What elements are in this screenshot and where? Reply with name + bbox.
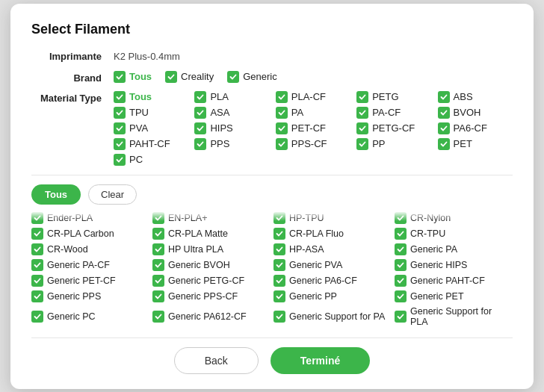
brand-item[interactable]: Tous bbox=[114, 71, 152, 83]
filament-item[interactable]: CR-PLA Fluo bbox=[273, 228, 389, 240]
check-icon bbox=[194, 91, 206, 103]
back-button[interactable]: Back bbox=[174, 347, 259, 374]
check-icon bbox=[395, 228, 407, 240]
material-item[interactable]: ASA bbox=[194, 107, 269, 119]
material-type-label: Material Type bbox=[31, 91, 114, 104]
filament-item[interactable]: Generic HIPS bbox=[395, 259, 510, 271]
brand-item[interactable]: Creality bbox=[165, 71, 214, 83]
filament-item[interactable]: Generic Support for PLA bbox=[395, 306, 510, 327]
check-icon bbox=[395, 311, 407, 323]
check-icon bbox=[438, 107, 450, 119]
filament-item[interactable]: Generic PET-CF bbox=[31, 275, 146, 287]
material-item[interactable]: TPU bbox=[114, 107, 188, 119]
material-item-label: PLA-CF bbox=[291, 91, 326, 102]
action-row: Tous Clear bbox=[31, 184, 513, 205]
material-item[interactable]: HIPS bbox=[194, 122, 269, 134]
material-item[interactable]: PPS-CF bbox=[276, 138, 350, 150]
material-item[interactable]: PA bbox=[276, 107, 350, 119]
filament-item[interactable]: Generic PA612-CF bbox=[152, 306, 268, 327]
filament-item[interactable]: Generic PVA bbox=[273, 259, 389, 271]
filament-item[interactable]: CR-TPU bbox=[395, 228, 510, 240]
check-icon bbox=[194, 122, 206, 134]
check-icon bbox=[356, 138, 368, 150]
check-icon bbox=[152, 228, 164, 240]
check-icon bbox=[152, 275, 164, 287]
filament-item[interactable]: Generic BVOH bbox=[152, 259, 268, 271]
check-icon bbox=[395, 243, 407, 255]
filament-name: Generic PET-CF bbox=[47, 276, 116, 286]
check-icon bbox=[114, 71, 126, 83]
filament-item[interactable]: CR-PLA Carbon bbox=[31, 228, 146, 240]
material-item[interactable]: PP bbox=[356, 138, 431, 150]
filament-item[interactable]: Generic PA-CF bbox=[31, 259, 146, 271]
filament-item[interactable]: CR-Nylon bbox=[395, 212, 510, 224]
material-item[interactable]: PET-CF bbox=[276, 122, 350, 134]
material-item[interactable]: PPS bbox=[194, 138, 269, 150]
material-item-label: PA6-CF bbox=[454, 122, 487, 134]
check-icon bbox=[114, 138, 126, 150]
clear-button[interactable]: Clear bbox=[88, 184, 137, 205]
filament-name: CR-PLA Carbon bbox=[47, 228, 114, 239]
filament-item[interactable]: HP Ultra PLA bbox=[152, 243, 268, 255]
imprimante-row: Imprimante K2 Plus-0.4mm bbox=[31, 51, 513, 62]
check-icon bbox=[273, 275, 285, 287]
material-item[interactable]: Tous bbox=[114, 91, 188, 103]
material-item-label: PETG-CF bbox=[372, 122, 415, 134]
filament-item[interactable]: CR-Wood bbox=[31, 243, 146, 255]
material-item-label: PET-CF bbox=[291, 122, 326, 134]
material-item[interactable]: PC bbox=[114, 154, 188, 166]
termine-button[interactable]: Terminé bbox=[271, 347, 370, 374]
filament-name: CR-PLA Fluo bbox=[289, 228, 344, 239]
check-icon bbox=[276, 91, 288, 103]
filament-item[interactable]: Generic PC bbox=[31, 306, 146, 327]
material-item[interactable]: PVA bbox=[114, 122, 188, 134]
filament-item[interactable]: Generic PET bbox=[395, 290, 510, 302]
imprimante-label: Imprimante bbox=[31, 51, 114, 62]
material-item[interactable]: PLA bbox=[194, 91, 269, 103]
filament-item[interactable]: Generic Support for PA bbox=[273, 306, 389, 327]
material-item[interactable]: PET bbox=[438, 138, 513, 150]
check-icon bbox=[31, 275, 43, 287]
filament-item[interactable]: Generic PA6-CF bbox=[273, 275, 389, 287]
filament-name: Generic PVA bbox=[289, 260, 342, 270]
filament-item[interactable]: Generic PPS-CF bbox=[152, 290, 268, 302]
brand-item[interactable]: Generic bbox=[227, 71, 277, 83]
filament-name: Ender-PLA bbox=[47, 213, 93, 223]
check-icon bbox=[273, 228, 285, 240]
filament-item[interactable]: EN-PLA+ bbox=[152, 212, 268, 224]
filament-item[interactable]: Generic PAHT-CF bbox=[395, 275, 510, 287]
material-item-label: PLA bbox=[210, 91, 229, 102]
check-icon bbox=[438, 138, 450, 150]
check-icon bbox=[152, 290, 164, 302]
filament-item[interactable]: Generic PP bbox=[273, 290, 389, 302]
material-item[interactable]: PETG bbox=[356, 91, 431, 103]
material-item[interactable]: PA-CF bbox=[356, 107, 431, 119]
material-item[interactable]: BVOH bbox=[438, 107, 513, 119]
filament-name: HP-TPU bbox=[289, 213, 324, 223]
filament-name: Generic PA612-CF bbox=[168, 311, 247, 322]
filament-name: Generic PC bbox=[47, 311, 96, 322]
check-icon bbox=[152, 311, 164, 323]
filament-item[interactable]: CR-PLA Matte bbox=[152, 228, 268, 240]
material-item[interactable]: PAHT-CF bbox=[114, 138, 188, 150]
tous-button[interactable]: Tous bbox=[31, 184, 81, 205]
check-icon bbox=[165, 71, 177, 83]
check-icon bbox=[395, 290, 407, 302]
check-icon bbox=[114, 154, 126, 166]
material-item-label: PC bbox=[129, 154, 143, 165]
brand-item-label: Generic bbox=[243, 71, 277, 82]
material-item-label: PVA bbox=[129, 122, 148, 134]
material-item-label: PA-CF bbox=[372, 107, 401, 118]
material-item[interactable]: PLA-CF bbox=[276, 91, 350, 103]
filament-item[interactable]: Generic PPS bbox=[31, 290, 146, 302]
filament-item[interactable]: HP-ASA bbox=[273, 243, 389, 255]
filament-item[interactable]: Generic PA bbox=[395, 243, 510, 255]
material-item[interactable]: ABS bbox=[438, 91, 513, 103]
filament-item[interactable]: HP-TPU bbox=[273, 212, 389, 224]
filament-item[interactable]: Ender-PLA bbox=[31, 212, 146, 224]
material-item[interactable]: PA6-CF bbox=[438, 122, 513, 134]
filament-name: Generic Support for PA bbox=[289, 311, 385, 322]
material-item[interactable]: PETG-CF bbox=[356, 122, 431, 134]
check-icon bbox=[273, 290, 285, 302]
filament-item[interactable]: Generic PETG-CF bbox=[152, 275, 268, 287]
